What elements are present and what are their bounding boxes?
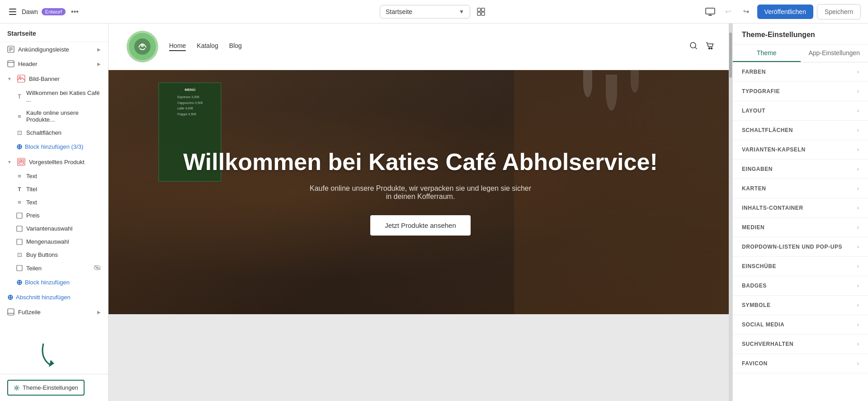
logo-svg [133,38,151,56]
theme-settings-footer: Theme-Einstellungen [0,374,108,401]
settings-inhalts-container[interactable]: INHALTS-CONTAINER › [733,198,868,218]
fp-buy-label: Buy Buttons [26,251,58,258]
svg-rect-1 [481,8,485,11]
svg-rect-20 [8,309,14,315]
badges-label: BADGES [742,283,767,289]
sidebar-sub-fp-share[interactable]: Teilen [0,261,108,275]
undo-button[interactable]: ↩ [721,5,736,19]
featured-section-icon [17,158,25,166]
sidebar-section-bild-banner[interactable]: ▼ Bild-Banner [0,71,108,86]
title-icon: T [16,186,23,193]
svg-point-27 [709,47,710,49]
header-icon [7,60,14,67]
expand-icon-footer: ▶ [97,310,101,315]
inhalts-container-chevron: › [857,205,859,211]
visibility-icon[interactable] [94,264,101,272]
settings-suchverhalten[interactable]: SUCHVERHALTEN › [733,335,868,354]
top-bar-left: Dawn Entwurf ••• [7,6,288,18]
settings-schaltflaechen[interactable]: SCHALTFLÄCHEN › [733,121,868,140]
theme-settings-button[interactable]: Theme-Einstellungen [7,380,85,396]
desktop-device-icon[interactable] [703,5,717,19]
add-block-featured-label: Block hinzufügen [25,279,70,286]
sidebar-sub-fp-price[interactable]: Preis [0,209,108,222]
symbole-label: SYMBOLE [742,302,771,308]
sidebar-item-header[interactable]: Header ▶ [0,57,108,71]
settings-layout[interactable]: LAYOUT › [733,101,868,121]
svg-rect-15 [17,226,22,231]
medien-chevron: › [857,224,859,231]
farben-chevron: › [857,69,859,75]
publish-button[interactable]: Veröffentlichen [757,5,813,19]
tab-app-settings[interactable]: App-Einstellungen [801,45,868,62]
plus-circle-icon-section: ⊕ [7,293,13,302]
sidebar-sub-buttons[interactable]: ⊡ Schaltflächen [0,126,108,139]
sidebar-item-announcement[interactable]: Ankündigungsleiste ▶ [0,42,108,57]
settings-dropdown[interactable]: DROPDOWN-LISTEN UND POP-UPS › [733,237,868,257]
svg-point-23 [16,387,18,389]
right-tabs: Theme App-Einstellungen [733,45,868,62]
nav-katalog[interactable]: Katalog [197,42,218,51]
menu-icon[interactable] [7,6,18,17]
hero-cta-button[interactable]: Jetzt Produkte ansehen [370,215,471,236]
settings-badges[interactable]: BADGES › [733,276,868,296]
sidebar-sub-fp-text1[interactable]: ≡ Text [0,170,108,183]
favicon-label: FAVICON [742,360,768,367]
sidebar-sub-fp-variant[interactable]: Variantenauswahl [0,222,108,235]
sidebar-sub-fp-title[interactable]: T Titel [0,183,108,196]
settings-varianten[interactable]: VARIANTEN-KAPSELN › [733,140,868,160]
footer-icon [7,308,14,316]
layout-grid-icon[interactable] [474,5,488,19]
preview-scroll[interactable]: Home Katalog Blog [108,24,732,401]
fp-text2-label: Text [26,199,37,206]
main-area: Startseite Ankündigungsleiste ▶ [0,24,868,401]
settings-farben[interactable]: FARBEN › [733,62,868,82]
settings-symbole[interactable]: SYMBOLE › [733,296,868,315]
top-bar-center: Startseite ▼ [293,5,574,19]
einschuebe-label: EINSCHÜBE [742,263,776,269]
sub-buttons-label: Schaltflächen [26,129,61,136]
header-label: Header [18,61,38,67]
nav-home[interactable]: Home [169,42,186,51]
page-selector[interactable]: Startseite ▼ [380,5,470,19]
nav-blog[interactable]: Blog [229,42,242,51]
tab-theme[interactable]: Theme [733,45,801,62]
settings-social-media[interactable]: SOCIAL MEDIA › [733,315,868,335]
top-bar-right: ↩ ↪ Veröffentlichen Speichern [580,4,861,19]
favicon-chevron: › [857,360,859,367]
sidebar-sub-fp-buy[interactable]: ⊡ Buy Buttons [0,248,108,261]
einschuebe-chevron: › [857,263,859,269]
draft-badge: Entwurf [42,8,66,15]
settings-favicon[interactable]: FAVICON › [733,354,868,373]
save-button[interactable]: Speichern [817,4,861,19]
add-block-btn-banner[interactable]: ⊕ Block hinzufügen (3/3) [0,139,108,154]
inhalts-container-label: INHALTS-CONTAINER [742,205,803,211]
search-header-icon[interactable] [689,41,698,52]
settings-medien[interactable]: MEDIEN › [733,218,868,237]
schaltflaechen-label: SCHALTFLÄCHEN [742,127,793,133]
user-name: Dawn [22,8,38,15]
layout-label: LAYOUT [742,108,765,114]
settings-karten[interactable]: KARTEN › [733,179,868,198]
add-section-btn[interactable]: ⊕ Abschnitt hinzufügen [0,290,108,305]
settings-typografie[interactable]: TYPOGRAFIE › [733,82,868,101]
sidebar-sub-text-1[interactable]: T Willkommen bei Katies Café ... [0,86,108,106]
cart-header-icon[interactable] [705,41,714,52]
lines-icon-2: ≡ [16,173,23,179]
add-block-btn-featured[interactable]: ⊕ Block hinzufügen [0,275,108,290]
shop-header: Home Katalog Blog [108,24,732,70]
fp-variant-label: Variantenauswahl [26,225,72,232]
sub-text-1-label: Willkommen bei Katies Café ... [26,90,101,103]
more-options-icon[interactable]: ••• [69,6,80,18]
settings-einschuebe[interactable]: EINSCHÜBE › [733,257,868,276]
sidebar-item-footer[interactable]: Fußzeile ▶ [0,305,108,319]
dropdown-label: DROPDOWN-LISTEN UND POP-UPS [742,244,842,250]
sidebar-sub-text-2[interactable]: ≡ Kaufe online unsere Produkte... [0,106,108,126]
symbole-chevron: › [857,302,859,308]
sidebar-section-featured[interactable]: ▼ Vorgestelltes Produkt [0,154,108,170]
settings-eingaben[interactable]: EINGABEN › [733,160,868,179]
social-media-chevron: › [857,321,859,328]
sidebar-sub-fp-qty[interactable]: Mengenauswahl [0,235,108,248]
sidebar-sub-fp-text2[interactable]: ≡ Text [0,196,108,209]
svg-rect-13 [18,158,25,165]
redo-button[interactable]: ↪ [739,5,754,19]
